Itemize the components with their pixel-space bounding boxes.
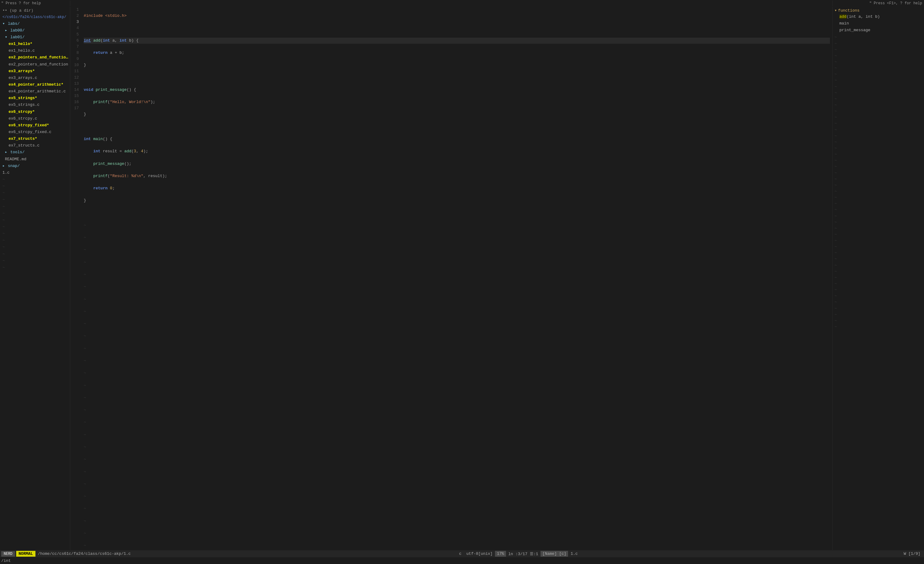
tilde-37: ~ xyxy=(84,456,830,462)
tilde: ~ xyxy=(832,120,924,126)
line-numbers: 1 2 3 4 5 6 7 8 9 10 11 12 13 14 15 16 1… xyxy=(70,7,81,550)
hint-center xyxy=(70,3,832,4)
section-arrow-icon: ▾ xyxy=(834,8,837,13)
fn-item-print-message[interactable]: print_message xyxy=(834,27,922,34)
sidebar-labs[interactable]: labs/ xyxy=(0,21,70,27)
tilde-24: ~ xyxy=(84,296,830,302)
sidebar-ex1-hello-c[interactable]: ex1_hello.c xyxy=(0,47,70,54)
sidebar-ex7-structs-c[interactable]: ex7_structs.c xyxy=(0,142,70,149)
sidebar-ex6-strcpy-fixed-mod[interactable]: ex6_strcpy_fixed* xyxy=(0,122,70,129)
editor[interactable]: 1 2 3 4 5 6 7 8 9 10 11 12 13 14 15 16 1… xyxy=(70,7,832,550)
ln-12: 12 xyxy=(73,75,79,81)
tilde: ~ xyxy=(832,151,924,158)
tilde-31: ~ xyxy=(84,383,830,389)
tilde: ~ xyxy=(832,158,924,164)
tilde: ~ xyxy=(832,256,924,262)
tilde: ~ xyxy=(832,238,924,244)
tilde: ~ xyxy=(832,232,924,238)
hint-left: " Press ? for help xyxy=(0,1,70,6)
tilde: ~ xyxy=(832,34,924,41)
tilde: ~ xyxy=(0,237,70,244)
tilde: ~ xyxy=(832,281,924,287)
ln-1: 1 xyxy=(73,7,79,13)
tilde: ~ xyxy=(832,293,924,299)
sidebar-ex5-str-mod[interactable]: ex5_strings* xyxy=(0,95,70,102)
status-bar: NERD NORMAL /home/cc/cs61c/fa24/class/cs… xyxy=(0,550,924,557)
ln-8: 8 xyxy=(73,50,79,56)
sidebar-ex7-structs-mod[interactable]: ex7_structs* xyxy=(0,135,70,142)
sidebar-lab01[interactable]: lab01/ xyxy=(0,34,70,41)
code-content[interactable]: #include <stdio.h> int add(int a, int b)… xyxy=(81,7,832,550)
sidebar-ex5-str-c[interactable]: ex5_strings.c xyxy=(0,102,70,108)
cmd-line[interactable]: /int xyxy=(0,557,924,564)
tilde-39: ~ xyxy=(84,481,830,487)
ln-15: 15 xyxy=(73,93,79,99)
ln-14: 14 xyxy=(73,87,79,93)
sidebar-ex4-ptr-c[interactable]: ex4_pointer_arithmetic.c xyxy=(0,88,70,95)
sidebar-ex4-ptr-mod[interactable]: ex4_pointer_arithmetic* xyxy=(0,81,70,88)
sidebar-snap[interactable]: snap/ xyxy=(0,163,70,170)
tilde-26: ~ xyxy=(84,321,830,327)
sidebar-ex3-arr-c[interactable]: ex3_arrays.c xyxy=(0,75,70,81)
tilde: ~ xyxy=(0,264,70,271)
sidebar-readme[interactable]: README.md xyxy=(0,156,70,163)
tilde-36: ~ xyxy=(84,444,830,450)
tilde-20: ~ xyxy=(84,247,830,253)
tilde: ~ xyxy=(832,219,924,226)
tilde: ~ xyxy=(832,114,924,120)
tilde-42: ~ xyxy=(84,518,830,524)
status-filepath: /home/cc/cs61c/fa24/class/cs61c-akp/1.c xyxy=(36,552,133,556)
code-line-17 xyxy=(84,210,830,216)
tilde: ~ xyxy=(832,182,924,188)
code-line-13: print_message(); xyxy=(84,161,830,167)
status-position: ln :3/17 ☰:1 xyxy=(506,552,541,556)
sidebar-tools[interactable]: tools/ xyxy=(0,149,70,156)
tilde-43: ~ xyxy=(84,530,830,537)
code-line-11: int main() { xyxy=(84,136,830,142)
tilde: ~ xyxy=(832,188,924,194)
code-line-16: } xyxy=(84,198,830,204)
ln-5: 5 xyxy=(73,32,79,38)
top-hints-bar: " Press ? for help " Press <F1>, ? for h… xyxy=(0,0,924,7)
tilde: ~ xyxy=(0,251,70,257)
code-line-9: } xyxy=(84,111,830,117)
status-percent: 17% xyxy=(495,551,506,556)
sidebar-ex6-strcpy-c[interactable]: ex6_strcpy.c xyxy=(0,115,70,122)
tilde: ~ xyxy=(832,145,924,151)
sidebar-ex2-ptr-c[interactable]: ex2_pointers_and_function xyxy=(0,61,70,68)
ln-6: 6 xyxy=(73,38,79,44)
sidebar-ex1-hello-mod[interactable]: ex1_hello* xyxy=(0,41,70,47)
status-mode-badge: NORMAL xyxy=(16,551,36,556)
code-line-10 xyxy=(84,124,830,130)
sidebar-ex2-ptr-mod[interactable]: ex2_pointers_and_function* xyxy=(0,54,70,61)
tilde: ~ xyxy=(832,299,924,305)
sidebar-lab00[interactable]: lab00/ xyxy=(0,27,70,34)
sidebar-ex3-arr-mod[interactable]: ex3_arrays* xyxy=(0,68,70,75)
tilde-27: ~ xyxy=(84,333,830,339)
sidebar-ex6-strcpy-fixed-c[interactable]: ex6_strcpy_fixed.c xyxy=(0,129,70,135)
fn-item-add[interactable]: add(int a, int b) xyxy=(834,14,922,20)
arrow-icon xyxy=(3,21,5,27)
tilde: ~ xyxy=(832,176,924,182)
tilde: ~ xyxy=(832,41,924,47)
tilde-23: ~ xyxy=(84,284,830,290)
fn-item-main[interactable]: main xyxy=(834,20,922,27)
right-panel: ▾ functions add(int a, int b) main print… xyxy=(832,7,924,550)
code-line-2 xyxy=(84,25,830,31)
tilde: ~ xyxy=(832,139,924,145)
sidebar-ex6-strcpy-mod[interactable]: ex6_strcpy* xyxy=(0,108,70,115)
tilde: ~ xyxy=(832,324,924,330)
status-w-info: W [1/9] xyxy=(903,552,923,556)
sidebar-up-dir[interactable]: •• (up a dir) xyxy=(0,8,70,14)
sidebar-1c[interactable]: 1.c xyxy=(0,170,70,176)
tilde: ~ xyxy=(832,305,924,312)
code-line-1: #include <stdio.h> xyxy=(84,13,830,19)
fn-name-add: add xyxy=(839,14,846,19)
status-name-tag: [Name] [c] xyxy=(540,551,568,556)
tilde-29: ~ xyxy=(84,358,830,364)
tilde: ~ xyxy=(832,71,924,77)
tilde: ~ xyxy=(0,203,70,210)
tilde: ~ xyxy=(0,244,70,251)
tilde-19: ~ xyxy=(84,235,830,241)
tilde-21: ~ xyxy=(84,259,830,265)
